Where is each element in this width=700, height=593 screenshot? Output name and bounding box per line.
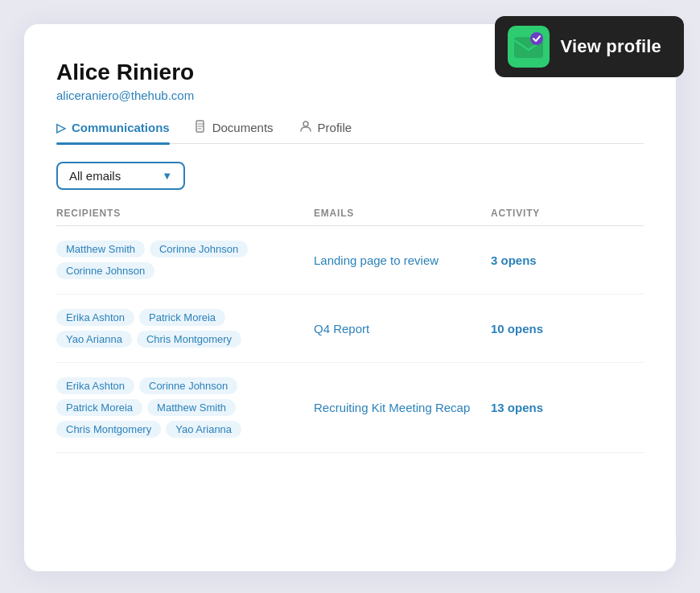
tab-communications-label: Communications <box>72 121 170 134</box>
filter-label: All emails <box>69 169 121 183</box>
email-rows: Matthew Smith Corinne Johnson Corinne Jo… <box>56 226 644 453</box>
recipient-tag: Matthew Smith <box>56 241 145 257</box>
banner-label: View profile <box>561 36 661 57</box>
table-headers: Recipients Emails Activity <box>56 208 644 226</box>
view-profile-banner[interactable]: View profile <box>495 16 684 77</box>
tab-profile-label: Profile <box>318 121 352 134</box>
envelope-icon <box>511 29 546 64</box>
doc-svg <box>196 120 207 133</box>
filter-row: All emails ▼ <box>56 162 644 190</box>
tab-documents[interactable]: Documents <box>196 120 274 143</box>
profile-card: View profile Alice Riniero aliceraniero@… <box>24 24 676 571</box>
table-row: Erika Ashton Corinne Johnson Patrick Mor… <box>56 363 644 453</box>
recipient-tag: Corinne Johnson <box>56 262 154 279</box>
chevron-down-icon: ▼ <box>162 170 172 182</box>
activity-value-2: 10 opens <box>491 322 603 336</box>
table-row: Matthew Smith Corinne Johnson Corinne Jo… <box>56 226 644 294</box>
recipients-cell-3: Erika Ashton Corinne Johnson Patrick Mor… <box>56 377 314 438</box>
documents-icon <box>196 120 207 135</box>
activity-value-1: 3 opens <box>491 253 603 267</box>
email-filter-dropdown[interactable]: All emails ▼ <box>56 162 185 190</box>
recipient-tag: Matthew Smith <box>147 399 236 416</box>
recipient-tag: Patrick Moreia <box>139 309 225 326</box>
recipient-tag: Erika Ashton <box>56 309 134 326</box>
recipient-tag: Chris Montgomery <box>137 331 241 348</box>
header-emails: Emails <box>314 208 491 219</box>
recipients-cell-1: Matthew Smith Corinne Johnson Corinne Jo… <box>56 241 314 279</box>
recipients-cell-2: Erika Ashton Patrick Moreia Yao Arianna … <box>56 309 314 348</box>
svg-point-3 <box>303 121 308 126</box>
recipient-tag: Chris Montgomery <box>56 421 161 438</box>
recipient-tag: Yao Arianna <box>166 421 241 438</box>
banner-icon <box>508 26 550 68</box>
header-recipients: Recipients <box>56 208 314 219</box>
tabs-nav: ▷ Communications Documents Profile <box>56 120 644 144</box>
recipient-tag: Corinne Johnson <box>150 241 248 257</box>
email-subject-1[interactable]: Landing page to review <box>314 253 491 267</box>
svg-point-1 <box>530 32 543 45</box>
person-svg <box>299 120 312 133</box>
tab-documents-label: Documents <box>212 121 274 134</box>
communications-icon: ▷ <box>56 121 66 135</box>
recipient-tag: Yao Arianna <box>56 331 132 348</box>
header-activity: Activity <box>491 208 603 219</box>
table-row: Erika Ashton Patrick Moreia Yao Arianna … <box>56 294 644 363</box>
recipient-tag: Erika Ashton <box>56 377 134 394</box>
page-wrapper: View profile Alice Riniero aliceraniero@… <box>0 0 700 593</box>
recipient-tag: Corinne Johnson <box>139 377 237 394</box>
email-subject-3[interactable]: Recruiting Kit Meeting Recap <box>314 401 491 414</box>
email-subject-2[interactable]: Q4 Report <box>314 322 491 336</box>
tab-profile[interactable]: Profile <box>299 120 352 143</box>
profile-email: aliceraniero@thehub.com <box>56 89 644 102</box>
activity-value-3: 13 opens <box>491 401 603 414</box>
profile-icon <box>299 120 312 135</box>
tab-communications[interactable]: ▷ Communications <box>56 120 170 143</box>
recipient-tag: Patrick Moreia <box>56 399 142 416</box>
